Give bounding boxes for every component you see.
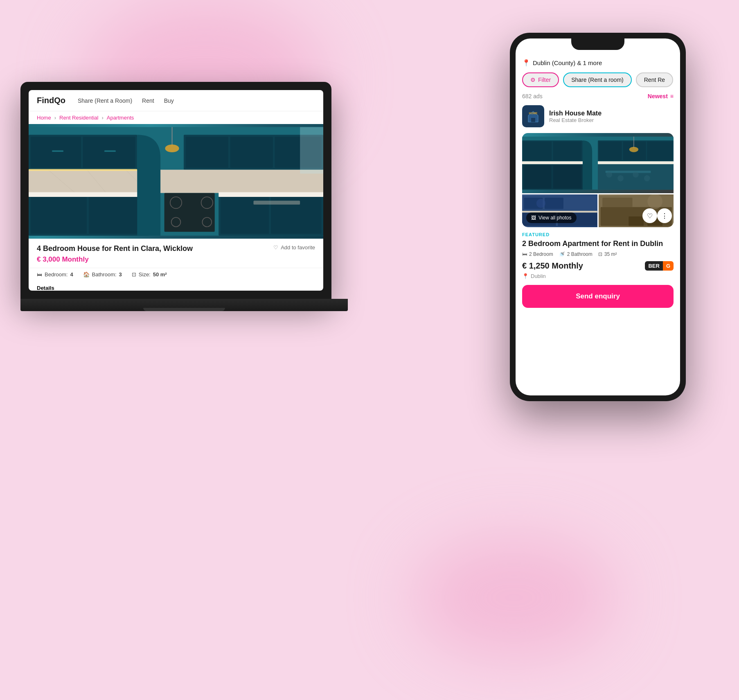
svg-rect-5 <box>104 150 116 152</box>
size-label: Size: <box>139 271 151 278</box>
laptop-listing-title: 4 Bedroom House for Rent in Clara, Wickl… <box>29 239 323 255</box>
svg-point-53 <box>633 172 639 178</box>
svg-rect-40 <box>522 161 583 164</box>
breadcrumb-rent-residential[interactable]: Rent Residential <box>59 115 98 121</box>
svg-rect-4 <box>52 150 63 152</box>
svg-rect-42 <box>524 165 552 188</box>
filter-icon: ⚙ <box>530 77 536 83</box>
laptop-details: Details Lease Term 6 months Furnishing A… <box>29 281 323 291</box>
laptop-base <box>20 299 348 311</box>
area-icon: ⊡ <box>598 251 602 257</box>
view-photos-button[interactable]: 🖼 View all photos <box>526 212 577 223</box>
laptop-nav-links: Share (Rent a Room) Rent Buy <box>78 97 174 104</box>
ads-count-text: 682 ads <box>522 93 543 99</box>
svg-rect-2 <box>31 137 81 168</box>
laptop-container: FindQo Share (Rent a Room) Rent Buy Home… <box>20 82 348 389</box>
nav-link-rent[interactable]: Rent <box>142 97 154 104</box>
location-text[interactable]: Dublin (County) & 1 more <box>533 59 602 66</box>
ber-dark-label: BER <box>645 261 662 271</box>
bath-icon: 🏠 <box>83 271 90 278</box>
bedroom-spec-label: 2 Bedroom <box>529 251 553 257</box>
breadcrumb-sep-1: › <box>54 115 56 121</box>
svg-rect-45 <box>599 142 622 160</box>
svg-rect-3 <box>83 137 135 168</box>
nav-link-share[interactable]: Share (Rent a Room) <box>78 97 132 104</box>
phone-ads-count: 682 ads Newest ≡ <box>522 93 674 99</box>
svg-rect-48 <box>598 161 674 164</box>
agency-info: Irish House Mate Real Estate Broker <box>549 110 602 123</box>
sort-button[interactable]: Newest ≡ <box>648 93 674 99</box>
favorite-button[interactable]: ♡ Add to favorite <box>273 244 315 251</box>
details-title: Details <box>37 285 315 291</box>
bathroom-feature: 🏠 Bathroom: 3 <box>83 271 122 278</box>
location-pin-icon: 📍 <box>522 59 530 67</box>
bathroom-spec: 🚿 2 Bathroom <box>559 251 593 257</box>
svg-rect-8 <box>230 137 273 168</box>
enquiry-button[interactable]: Send enquiry <box>522 285 674 308</box>
laptop-nav: FindQo Share (Rent a Room) Rent Buy <box>29 90 323 111</box>
svg-rect-50 <box>606 171 651 173</box>
svg-point-51 <box>606 172 612 178</box>
svg-rect-31 <box>300 127 323 174</box>
nav-link-buy[interactable]: Buy <box>164 97 174 104</box>
property-title: 2 Bedroom Apartment for Rent in Dublin <box>522 239 674 248</box>
phone-filters: ⚙ Filter Share (Rent a room) Rent Re <box>522 72 674 87</box>
svg-point-52 <box>617 175 624 181</box>
size-feature: ⊡ Size: 50 m² <box>132 271 167 278</box>
bed-icon: 🛏 <box>37 271 42 278</box>
svg-point-56 <box>629 147 638 152</box>
svg-rect-43 <box>553 165 581 188</box>
image-icon: 🖼 <box>531 215 536 221</box>
property-specs: 🛏 2 Bedroom 🚿 2 Bathroom ⊡ 35 m² <box>522 251 674 257</box>
favorite-label: Add to favorite <box>281 244 315 251</box>
listing-features: 🛏 Bedroom: 4 🏠 Bathroom: 3 ⊡ Size: 50 m² <box>29 268 323 281</box>
kitchen-svg <box>29 124 323 239</box>
phone-notch <box>571 38 624 50</box>
site-logo[interactable]: FindQo <box>37 96 65 105</box>
size-spec-label: 35 m² <box>604 251 617 257</box>
svg-rect-16 <box>31 197 87 234</box>
breadcrumb-sep-2: › <box>101 115 103 121</box>
agency-type: Real Estate Broker <box>549 117 602 123</box>
svg-rect-18 <box>29 192 149 197</box>
rent-label: Rent Re <box>644 77 665 83</box>
size-spec: ⊡ 35 m² <box>598 251 617 257</box>
filter-label: Filter <box>538 77 551 83</box>
sort-icon: ≡ <box>670 93 674 99</box>
svg-point-30 <box>165 145 179 152</box>
filter-button[interactable]: ⚙ Filter <box>522 72 559 87</box>
dots-icon: ⋮ <box>661 212 668 220</box>
svg-text:HOME: HOME <box>529 112 538 115</box>
svg-rect-10 <box>29 170 323 193</box>
ber-orange-label: G <box>663 261 674 271</box>
svg-rect-68 <box>629 217 644 226</box>
more-options-button[interactable]: ⋮ <box>657 208 672 223</box>
bg-blob-2 <box>412 536 616 659</box>
phone-content: 📍 Dublin (County) & 1 more ⚙ Filter Shar… <box>516 38 680 395</box>
phone-screen: 📍 Dublin (County) & 1 more ⚙ Filter Shar… <box>516 38 680 395</box>
share-rent-button[interactable]: Share (Rent a room) <box>563 72 632 87</box>
breadcrumb-apartments[interactable]: Apartments <box>107 115 134 121</box>
heart-button[interactable]: ♡ <box>642 208 657 223</box>
size-value: 50 m² <box>153 271 167 278</box>
svg-rect-28 <box>253 201 300 204</box>
svg-point-67 <box>647 194 662 209</box>
svg-rect-66 <box>602 198 632 207</box>
heart-icon: ♡ <box>647 212 653 220</box>
bedroom-value: 4 <box>70 271 73 278</box>
property-price: € 1,250 Monthly <box>522 261 583 271</box>
property-images-container: 🖼 View all photos ♡ ⋮ <box>522 133 674 227</box>
rent-button[interactable]: Rent Re <box>636 72 673 87</box>
laptop-body: FindQo Share (Rent a Room) Rent Buy Home… <box>20 82 331 299</box>
size-icon: ⊡ <box>132 271 136 278</box>
view-photos-label: View all photos <box>538 215 572 221</box>
agency-name: Irish House Mate <box>549 110 602 117</box>
bath-icon: 🚿 <box>559 251 565 257</box>
location-icon: 📍 <box>522 273 529 279</box>
breadcrumb: Home › Rent Residential › Apartments <box>29 111 323 124</box>
listing-title: 4 Bedroom House for Rent in Clara, Wickl… <box>37 244 193 253</box>
breadcrumb-home[interactable]: Home <box>37 115 51 121</box>
svg-rect-34 <box>531 118 535 122</box>
listing-price: € 3,000 Monthly <box>29 255 323 268</box>
bedroom-label: Bedroom: <box>45 271 68 278</box>
